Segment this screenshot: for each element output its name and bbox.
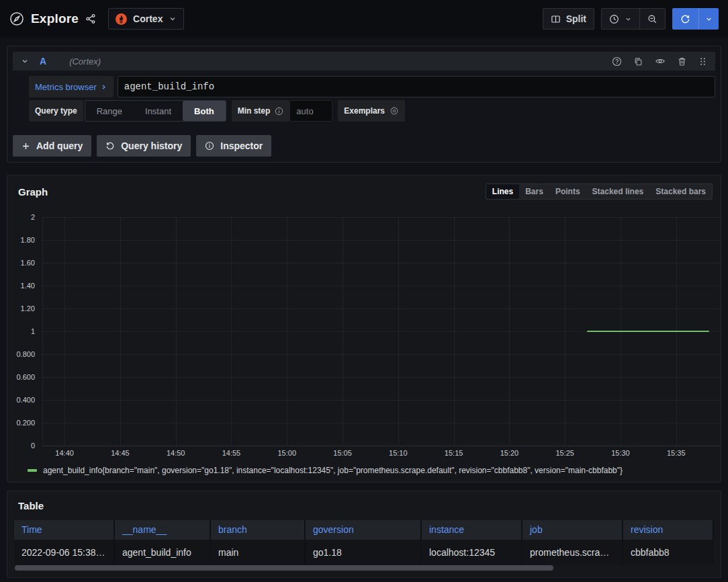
x-gridline — [454, 217, 455, 446]
query-type-option-both[interactable]: Both — [183, 101, 226, 121]
graph-mode-lines[interactable]: Lines — [486, 184, 519, 199]
query-type-option-range[interactable]: Range — [85, 101, 134, 121]
inspector-button[interactable]: Inspector — [196, 135, 271, 157]
x-tick-label: 15:05 — [333, 449, 352, 457]
page-title: Explore — [31, 11, 79, 26]
table-header-time[interactable]: Time — [14, 520, 115, 540]
graph-mode-stacked-lines[interactable]: Stacked lines — [586, 184, 650, 199]
query-history-button[interactable]: Query history — [97, 135, 191, 157]
table-cell-revision: cbbfabb8 — [623, 540, 714, 565]
y-gridline — [42, 240, 721, 241]
y-gridline — [42, 400, 721, 401]
metrics-browser-button[interactable]: Metrics browser — [29, 76, 113, 97]
table-cell-time: 2022-09-06 15:38:02 — [14, 540, 115, 565]
query-editor-card: A (Cortex) — [7, 46, 721, 163]
y-gridline — [42, 308, 721, 309]
x-tick-label: 14:40 — [55, 449, 74, 457]
legend-series-swatch — [28, 469, 37, 472]
disable-query-eye-icon[interactable] — [655, 56, 666, 67]
y-tick-label: 0.400 — [16, 396, 35, 404]
table-cell-instance: localhost:12345 — [422, 540, 522, 565]
y-gridline — [42, 263, 721, 263]
y-gridline — [42, 354, 721, 355]
prometheus-logo-icon — [116, 13, 127, 25]
table-panel-title: Table — [14, 491, 714, 520]
query-ref-id: A — [40, 56, 46, 67]
x-gridline — [176, 217, 177, 446]
query-type-group: RangeInstantBoth — [85, 100, 226, 122]
graph-mode-stacked-bars[interactable]: Stacked bars — [649, 184, 712, 199]
min-step-label-chip: Min step — [232, 100, 290, 122]
y-tick-label: 1 — [31, 327, 35, 335]
query-type-label-chip: Query type — [29, 100, 83, 122]
duplicate-query-icon[interactable] — [633, 56, 643, 67]
query-expression-input[interactable] — [118, 76, 715, 97]
drag-handle-icon[interactable] — [698, 56, 707, 67]
plot-area[interactable] — [42, 217, 721, 446]
y-tick-label: 0.600 — [16, 373, 35, 381]
graph-mode-bars[interactable]: Bars — [519, 184, 549, 199]
y-gridline — [42, 377, 721, 378]
x-gridline — [64, 217, 65, 446]
query-row-header[interactable]: A (Cortex) — [13, 52, 715, 71]
collapse-chevron-icon[interactable] — [21, 57, 29, 65]
x-tick-label: 15:35 — [667, 449, 686, 457]
split-label: Split — [566, 13, 586, 24]
share-icon[interactable] — [85, 13, 96, 24]
table-header-instance[interactable]: instance — [422, 520, 522, 540]
x-gridline — [42, 217, 43, 446]
exemplars-toggle-icon[interactable] — [390, 106, 399, 116]
x-tick-label: 15:25 — [555, 449, 574, 457]
table-header-branch[interactable]: branch — [211, 520, 306, 540]
x-tick-label: 15:10 — [389, 449, 408, 457]
y-gridline — [42, 446, 721, 446]
y-tick-label: 0 — [31, 442, 35, 450]
series-line — [587, 331, 709, 332]
table-cell-job: prometheus.scrape.default — [522, 540, 623, 565]
x-tick-label: 14:55 — [222, 449, 241, 457]
table-panel: Table Time__name__branchgoversioninstanc… — [7, 491, 721, 578]
x-gridline — [343, 217, 343, 446]
y-tick-label: 0.800 — [16, 350, 35, 358]
info-icon — [275, 107, 283, 116]
query-field-row: Metrics browser — [29, 76, 715, 97]
datasource-picker[interactable]: Cortex — [108, 8, 184, 30]
x-axis: 14:4014:4514:5014:5515:0015:0515:1015:15… — [42, 449, 721, 460]
y-gridline — [42, 423, 721, 423]
legend-series-label[interactable]: agent_build_info{branch="main", goversio… — [43, 466, 623, 475]
table-header-goversion[interactable]: goversion — [306, 520, 422, 540]
query-type-option-instant[interactable]: Instant — [134, 101, 183, 121]
y-tick-label: 2 — [31, 213, 35, 221]
y-gridline — [42, 217, 721, 218]
x-gridline — [287, 217, 287, 446]
table-header-job[interactable]: job — [522, 520, 623, 540]
refresh-interval-dropdown[interactable] — [698, 8, 719, 30]
table-header-revision[interactable]: revision — [623, 520, 714, 540]
x-tick-label: 15:30 — [611, 449, 630, 457]
help-icon[interactable] — [612, 56, 622, 67]
time-controls — [601, 8, 666, 30]
add-query-button[interactable]: Add query — [13, 135, 91, 157]
table-header--name-[interactable]: __name__ — [115, 520, 211, 540]
exemplars-chip: Exemplars — [338, 100, 405, 122]
add-query-label: Add query — [36, 140, 83, 151]
chevron-down-icon — [169, 15, 177, 23]
run-query-button[interactable] — [672, 8, 719, 30]
table-cell-branch: main — [211, 540, 306, 565]
min-step-input[interactable] — [289, 100, 332, 122]
time-picker-button[interactable] — [602, 9, 639, 29]
x-tick-label: 14:50 — [167, 449, 185, 457]
graph-mode-points[interactable]: Points — [549, 184, 586, 199]
delete-query-trash-icon[interactable] — [677, 56, 687, 67]
graph-style-tabs: LinesBarsPointsStacked linesStacked bars — [486, 183, 713, 200]
split-button[interactable]: Split — [543, 8, 594, 30]
zoom-out-icon — [647, 14, 657, 24]
table-horizontal-scrollbar[interactable] — [15, 565, 553, 571]
x-gridline — [565, 217, 565, 446]
query-actions-row: Add query Query history Inspector — [13, 135, 715, 157]
zoom-out-button[interactable] — [640, 9, 665, 29]
x-tick-label: 15:20 — [500, 449, 519, 457]
refresh-icon — [672, 8, 698, 30]
graph-panel: Graph LinesBarsPointsStacked linesStacke… — [7, 175, 721, 483]
x-tick-label: 15:15 — [445, 449, 463, 457]
